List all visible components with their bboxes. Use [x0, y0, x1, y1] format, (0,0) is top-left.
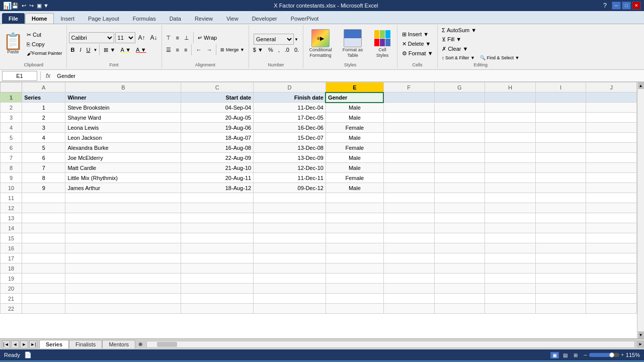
- cell-j3[interactable]: [586, 113, 637, 123]
- row-num-13[interactable]: 13: [1, 213, 22, 223]
- cell-i5[interactable]: [535, 133, 586, 143]
- cell-a2[interactable]: 1: [22, 103, 65, 113]
- cell-f9[interactable]: [383, 173, 434, 183]
- cell-g11[interactable]: [434, 193, 485, 203]
- cell-b2[interactable]: Steve Brookstein: [65, 103, 181, 113]
- cell-c6[interactable]: 16-Aug-08: [181, 143, 254, 153]
- row-num-9[interactable]: 9: [1, 173, 22, 183]
- cell-e8[interactable]: Male: [326, 163, 383, 173]
- row-num-10[interactable]: 10: [1, 183, 22, 193]
- cell-e7[interactable]: Male: [326, 153, 383, 163]
- inc-indent-btn[interactable]: →: [204, 44, 214, 55]
- help-btn[interactable]: ?: [603, 2, 607, 10]
- cell-d11[interactable]: [254, 193, 326, 203]
- center-align-btn[interactable]: ≡: [174, 44, 181, 55]
- cell-e5[interactable]: Male: [326, 133, 383, 143]
- format-as-table-btn[interactable]: Format as Table: [338, 28, 368, 60]
- col-header-a[interactable]: A: [22, 82, 65, 93]
- cell-c9[interactable]: 20-Aug-11: [181, 173, 254, 183]
- tab-insert[interactable]: Insert: [54, 13, 82, 24]
- cell-c3[interactable]: 20-Aug-05: [181, 113, 254, 123]
- cell-f2[interactable]: [383, 103, 434, 113]
- tab-file[interactable]: File: [2, 13, 25, 24]
- cell-h3[interactable]: [485, 113, 536, 123]
- cell-a11[interactable]: [22, 193, 65, 203]
- cell-f10[interactable]: [383, 183, 434, 193]
- row-num-1[interactable]: 1: [1, 93, 22, 103]
- status-icon[interactable]: 📄: [24, 351, 32, 358]
- cell-e9[interactable]: Female: [326, 173, 383, 183]
- cell-b9[interactable]: Little Mix (Rhythmix): [65, 173, 181, 183]
- cell-a1[interactable]: Series: [22, 93, 65, 103]
- delete-btn[interactable]: ✕ Delete ▼: [400, 40, 435, 48]
- cell-i3[interactable]: [535, 113, 586, 123]
- fill-btn[interactable]: ⊻ Fill ▼: [440, 35, 463, 44]
- font-size-select[interactable]: 11: [115, 32, 135, 43]
- qat-save[interactable]: 💾: [12, 3, 19, 9]
- cell-e2[interactable]: Male: [326, 103, 383, 113]
- comma-btn[interactable]: ,: [276, 46, 282, 54]
- cell-i9[interactable]: [535, 173, 586, 183]
- add-sheet-btn[interactable]: ⊕: [136, 340, 144, 348]
- cell-e3[interactable]: Male: [326, 113, 383, 123]
- bold-button[interactable]: B: [69, 46, 77, 54]
- row-num-21[interactable]: 21: [1, 294, 22, 304]
- cell-c11[interactable]: [181, 193, 254, 203]
- tab-review[interactable]: Review: [188, 13, 219, 24]
- dec-decimal-btn[interactable]: 0.: [292, 46, 301, 54]
- cell-i6[interactable]: [535, 143, 586, 153]
- cell-j6[interactable]: [586, 143, 637, 153]
- inc-decimal-btn[interactable]: .0: [283, 46, 291, 54]
- font-color-button[interactable]: A ▼: [134, 46, 148, 54]
- conditional-formatting-btn[interactable]: ≡▶ Conditional Formatting: [305, 28, 336, 60]
- fill-color-button[interactable]: A ▼: [118, 46, 133, 54]
- cell-i10[interactable]: [535, 183, 586, 193]
- formula-input[interactable]: [54, 71, 642, 81]
- cell-f5[interactable]: [383, 133, 434, 143]
- sheet-tab-mentors[interactable]: Mentors: [102, 340, 135, 348]
- cell-a3[interactable]: 2: [22, 113, 65, 123]
- dec-indent-btn[interactable]: ←: [194, 44, 203, 55]
- row-num-12[interactable]: 12: [1, 203, 22, 213]
- cell-g10[interactable]: [434, 183, 485, 193]
- col-header-f[interactable]: F: [383, 82, 434, 93]
- cell-e11[interactable]: [326, 193, 383, 203]
- row-num-6[interactable]: 6: [1, 143, 22, 153]
- underline-dropdown[interactable]: ▼: [94, 48, 98, 52]
- cell-a4[interactable]: 3: [22, 123, 65, 133]
- cell-d6[interactable]: 13-Dec-08: [254, 143, 326, 153]
- cell-e4[interactable]: Female: [326, 123, 383, 133]
- row-num-16[interactable]: 16: [1, 243, 22, 253]
- top-align-btn[interactable]: ⊤: [164, 32, 173, 43]
- cell-g1[interactable]: [434, 93, 485, 103]
- page-break-view-btn[interactable]: ⊞: [572, 352, 580, 358]
- clear-btn[interactable]: ✗ Clear ▼: [440, 45, 470, 53]
- percent-btn[interactable]: %: [266, 46, 275, 54]
- cell-i11[interactable]: [535, 193, 586, 203]
- cell-a8[interactable]: 7: [22, 163, 65, 173]
- bottom-align-btn[interactable]: ⊥: [182, 32, 191, 43]
- sheet-nav-last[interactable]: ►|: [29, 340, 37, 348]
- zoom-slider[interactable]: [589, 353, 619, 357]
- paste-button[interactable]: 📋: [3, 33, 23, 49]
- cell-b7[interactable]: Joe McElderry: [65, 153, 181, 163]
- cell-c5[interactable]: 18-Aug-07: [181, 133, 254, 143]
- row-num-17[interactable]: 17: [1, 253, 22, 263]
- cell-c7[interactable]: 22-Aug-09: [181, 153, 254, 163]
- cell-d2[interactable]: 11-Dec-04: [254, 103, 326, 113]
- cell-d3[interactable]: 17-Dec-05: [254, 113, 326, 123]
- row-num-18[interactable]: 18: [1, 263, 22, 274]
- cell-i4[interactable]: [535, 123, 586, 133]
- tab-home[interactable]: Home: [25, 13, 54, 24]
- cell-e6[interactable]: Female: [326, 143, 383, 153]
- cell-d10[interactable]: 09-Dec-12: [254, 183, 326, 193]
- row-num-8[interactable]: 8: [1, 163, 22, 173]
- cell-d9[interactable]: 11-Dec-11: [254, 173, 326, 183]
- find-select-btn[interactable]: 🔍 Find & Select ▼: [478, 54, 521, 61]
- sort-filter-btn[interactable]: ↕ Sort & Filter ▼: [440, 54, 477, 61]
- row-num-20[interactable]: 20: [1, 284, 22, 294]
- merge-btn[interactable]: ⊞ Merge ▼: [218, 44, 246, 55]
- cell-i8[interactable]: [535, 163, 586, 173]
- cell-f3[interactable]: [383, 113, 434, 123]
- cell-g5[interactable]: [434, 133, 485, 143]
